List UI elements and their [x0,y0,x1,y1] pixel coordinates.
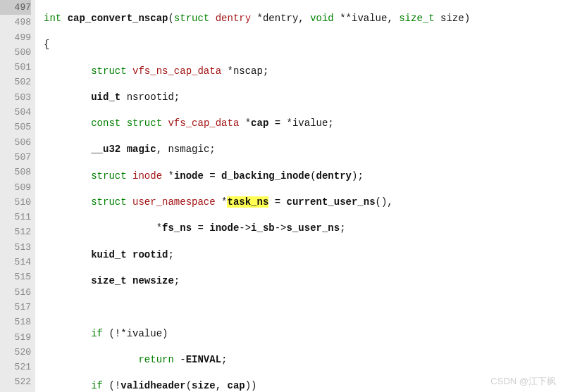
watermark: CSDN @江下枫 [490,375,556,388]
code-line: if (!*ivalue) [44,327,563,341]
line-number: 498 [0,15,31,30]
code-line: if (!validheader(size, cap)) [44,379,563,392]
line-number: 513 [0,240,31,255]
highlight-task-ns: task_ns [227,196,268,208]
line-number: 510 [0,195,31,210]
line-number: 518 [0,315,31,329]
line-number: 508 [0,165,31,179]
line-number: 520 [0,345,31,360]
line-number: 503 [0,90,31,105]
line-number: 504 [0,105,31,120]
line-number: 505 [0,120,31,134]
line-number: 515 [0,270,31,284]
code-area[interactable]: int cap_convert_nscap(struct dentry *den… [35,0,563,392]
line-number: 517 [0,300,31,315]
code-line: *fs_ns = inode->i_sb->s_user_ns; [44,221,563,236]
line-number: 511 [0,210,31,225]
code-line: size_t newsize; [44,274,563,289]
code-line: uid_t nsrootid; [44,90,563,105]
code-line: struct user_namespace *task_ns = current… [44,195,563,210]
code-line: __u32 magic, nsmagic; [44,142,563,157]
code-line: struct vfs_ns_cap_data *nscap; [44,64,563,79]
line-number: 507 [0,150,31,165]
line-number: 516 [0,285,31,300]
line-number: 514 [0,255,31,270]
line-number: 497 [0,0,31,15]
line-number: 519 [0,330,31,345]
line-number: 522 [0,374,31,389]
code-line: kuid_t rootid; [44,248,563,263]
code-editor: 497 498 499 500 501 502 503 504 505 506 … [0,0,563,392]
code-line: int cap_convert_nscap(struct dentry *den… [44,11,563,26]
line-number-gutter: 497 498 499 500 501 502 503 504 505 506 … [0,0,35,392]
line-number: 501 [0,60,31,75]
code-line: struct inode *inode = d_backing_inode(de… [44,169,563,184]
code-line: { [44,37,563,52]
code-line [44,300,563,315]
line-number: 500 [0,45,31,60]
line-number: 512 [0,225,31,239]
line-number: 506 [0,135,31,150]
line-number: 499 [0,30,31,45]
code-line: const struct vfs_cap_data *cap = *ivalue… [44,116,563,131]
line-number: 509 [0,180,31,195]
line-number: 521 [0,360,31,374]
code-line: return -EINVAL; [44,353,563,367]
line-number: 502 [0,75,31,89]
